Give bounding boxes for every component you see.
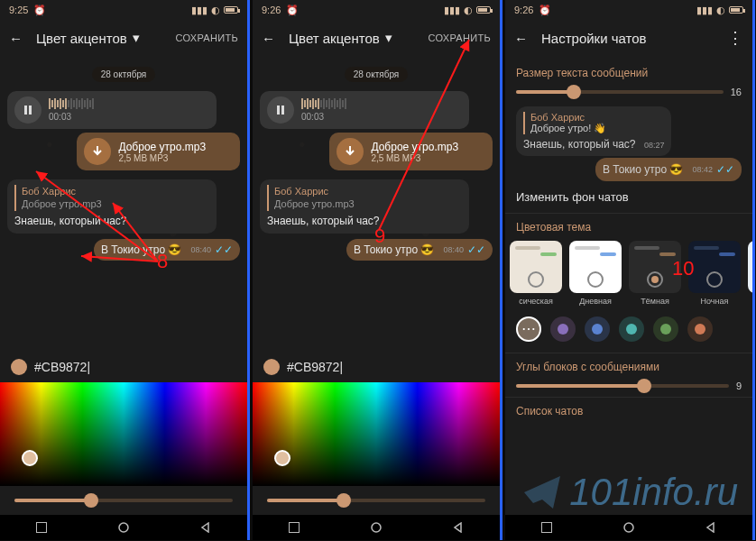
status-time: 9:26 bbox=[514, 5, 533, 15]
hex-value[interactable]: #CB9872| bbox=[34, 360, 90, 374]
preview-outgoing: В Токио утро 😎 08:42 ✓✓ bbox=[595, 158, 742, 181]
toolbar-title-text: Цвет акцентов bbox=[289, 31, 380, 46]
color-hex-input[interactable]: #CB9872| bbox=[253, 352, 500, 382]
accent-purple[interactable] bbox=[550, 316, 576, 342]
color-picker-area[interactable] bbox=[253, 382, 500, 486]
divider bbox=[505, 397, 752, 398]
signal-icon: ▮▮▮ bbox=[444, 5, 460, 16]
wifi-icon: ◐ bbox=[211, 5, 220, 16]
color-marker[interactable] bbox=[22, 450, 38, 466]
corners-slider[interactable]: 9 bbox=[516, 381, 742, 391]
color-marker[interactable] bbox=[274, 450, 290, 466]
phone-screen-chat-settings: 10 9:26 ⏰ ▮▮▮ ◐ ← Настройки чатов ⋮ Разм… bbox=[505, 0, 755, 540]
change-background-link[interactable]: Изменить фон чатов bbox=[516, 190, 742, 204]
app-toolbar: ← Настройки чатов ⋮ bbox=[505, 20, 752, 56]
status-time: 9:25 bbox=[9, 5, 28, 15]
theme-dark[interactable]: Тёмная bbox=[628, 241, 682, 306]
reply-preview: Боб Харрис Доброе утро.mp3 bbox=[267, 185, 462, 211]
phone-screen-accent-color-1: 8 9:25 ⏰ ▮▮▮ ◐ ← Цвет акцентов ▾ СОХРАНИ… bbox=[0, 0, 250, 540]
slider-thumb[interactable] bbox=[567, 85, 581, 99]
app-toolbar: ← Цвет акцентов ▾ СОХРАНИТЬ bbox=[253, 20, 500, 56]
slider-thumb[interactable] bbox=[637, 379, 651, 393]
theme-list[interactable]: сическая Дневная Тёмная bbox=[505, 241, 752, 306]
alarm-icon: ⏰ bbox=[33, 5, 46, 16]
download-button[interactable] bbox=[84, 138, 111, 165]
color-hex-input[interactable]: #CB9872| bbox=[0, 352, 247, 382]
outgoing-message: В Токио утро 😎 08:40 ✓✓ bbox=[94, 239, 240, 261]
accent-teal[interactable] bbox=[619, 316, 644, 342]
text-size-slider[interactable]: 16 bbox=[516, 87, 742, 97]
theme-label: Дневная bbox=[579, 297, 612, 306]
message-time: 08:40 bbox=[190, 245, 211, 254]
theme-classic[interactable]: сическая bbox=[509, 241, 563, 306]
slider-thumb[interactable] bbox=[337, 493, 351, 508]
nav-back[interactable] bbox=[705, 522, 716, 533]
theme-day[interactable]: Дневная bbox=[568, 241, 622, 306]
accent-blue[interactable] bbox=[585, 316, 610, 342]
alpha-slider[interactable] bbox=[0, 486, 247, 515]
reply-file: Доброе утро.mp3 bbox=[274, 197, 462, 210]
nav-back[interactable] bbox=[453, 522, 464, 533]
file-message-bubble[interactable]: Доброе утро.mp3 2,5 МВ MP3 bbox=[77, 133, 240, 170]
divider bbox=[505, 213, 752, 214]
divider bbox=[505, 353, 752, 353]
back-button[interactable]: ← bbox=[514, 31, 528, 46]
message-text: Знаешь, который час? bbox=[267, 215, 380, 227]
battery-icon bbox=[476, 6, 491, 14]
save-button[interactable]: СОХРАНИТЬ bbox=[428, 32, 491, 43]
preview-incoming-1: Боб Харрис Доброе утро! 👋 Знаешь, которы… bbox=[516, 106, 671, 156]
message-text: В Токио утро 😎 bbox=[101, 243, 182, 256]
message-time: 08:40 bbox=[443, 245, 464, 254]
waveform bbox=[301, 98, 346, 109]
android-nav-bar bbox=[253, 515, 500, 540]
svg-point-10 bbox=[624, 523, 633, 532]
waveform bbox=[49, 98, 94, 109]
color-picker-area[interactable] bbox=[0, 382, 247, 486]
color-swatch bbox=[263, 359, 280, 375]
back-button[interactable]: ← bbox=[9, 31, 23, 46]
download-button[interactable] bbox=[337, 138, 364, 165]
accent-custom[interactable]: ⋯ bbox=[516, 316, 541, 342]
voice-timer: 00:03 bbox=[49, 111, 94, 123]
pause-button[interactable] bbox=[267, 96, 294, 124]
settings-scroll[interactable]: Размер текста сообщений 16 Боб Харрис До… bbox=[505, 56, 752, 515]
hex-value[interactable]: #CB9872| bbox=[287, 360, 343, 374]
slider-thumb[interactable] bbox=[84, 493, 98, 508]
file-message-bubble[interactable]: Доброе утро.mp3 2,5 МВ MP3 bbox=[329, 133, 493, 170]
radio-icon bbox=[647, 271, 663, 288]
accent-green[interactable] bbox=[653, 316, 678, 342]
alarm-icon: ⏰ bbox=[539, 5, 551, 16]
android-nav-bar bbox=[0, 515, 247, 540]
nav-recent[interactable] bbox=[36, 522, 47, 533]
theme-cold[interactable]: Холодн bbox=[747, 241, 752, 306]
date-badge: 28 октября bbox=[345, 67, 409, 82]
file-name: Доброе утро.mp3 bbox=[371, 141, 458, 153]
save-button[interactable]: СОХРАНИТЬ bbox=[175, 32, 238, 43]
pause-button[interactable] bbox=[14, 96, 41, 124]
alpha-slider[interactable] bbox=[253, 486, 500, 515]
theme-night[interactable]: Ночная bbox=[687, 241, 742, 306]
toolbar-title[interactable]: Цвет акцентов ▾ bbox=[36, 30, 175, 46]
toolbar-title[interactable]: Цвет акцентов ▾ bbox=[289, 30, 428, 46]
nav-recent[interactable] bbox=[541, 522, 552, 533]
nav-home[interactable] bbox=[623, 522, 634, 533]
nav-recent[interactable] bbox=[289, 522, 300, 533]
status-right: ▮▮▮ ◐ bbox=[444, 5, 491, 16]
voice-message-bubble[interactable]: 00:03 bbox=[7, 91, 217, 129]
nav-back[interactable] bbox=[200, 522, 211, 533]
voice-timer: 00:03 bbox=[301, 111, 346, 123]
message-text: Знаешь, который час? bbox=[14, 215, 127, 227]
reply-file: Доброе утро.mp3 bbox=[22, 197, 209, 210]
accent-color-row: ⋯ bbox=[516, 316, 742, 342]
voice-message-bubble[interactable]: 00:03 bbox=[260, 91, 469, 129]
corners-label: Углы блоков с сообщениями bbox=[516, 361, 742, 373]
accent-orange[interactable] bbox=[687, 316, 713, 342]
incoming-message: Боб Харрис Доброе утро.mp3 Знаешь, котор… bbox=[260, 179, 469, 234]
dropdown-icon: ▾ bbox=[133, 30, 140, 46]
theme-label: Ночная bbox=[701, 297, 729, 306]
nav-home[interactable] bbox=[118, 522, 129, 533]
back-button[interactable]: ← bbox=[262, 31, 275, 46]
nav-home[interactable] bbox=[371, 522, 382, 533]
more-menu-icon[interactable]: ⋮ bbox=[727, 28, 743, 48]
message-text: Знаешь, который час? bbox=[523, 138, 636, 151]
